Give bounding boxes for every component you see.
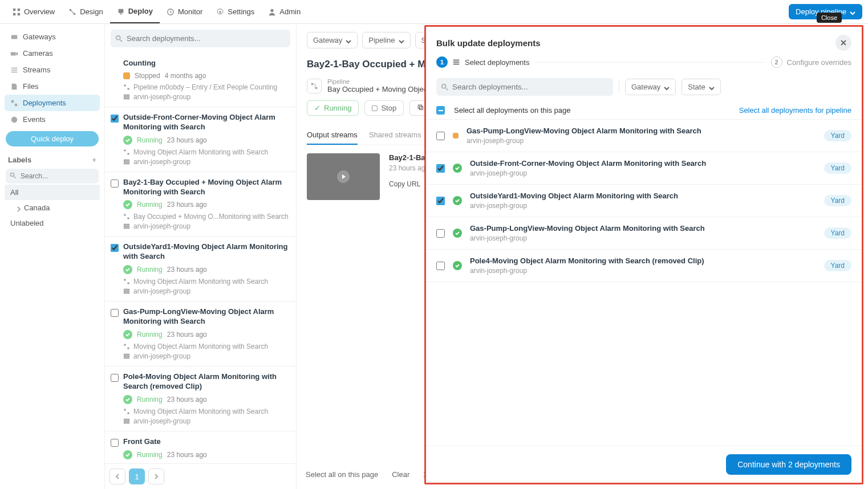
deployment-card[interactable]: Pole4-Moving Object Alarm Monitoring wit… — [105, 366, 296, 431]
stream-icon — [10, 66, 18, 74]
group-icon — [123, 158, 130, 165]
clear-selection[interactable]: Clear — [392, 470, 409, 479]
row-group: arvin-joseph-group — [467, 137, 816, 145]
card-pipeline: Moving Object Alarm Monitoring with Sear… — [133, 148, 268, 156]
label-all[interactable]: All — [5, 185, 100, 200]
running-icon — [123, 450, 132, 459]
label-search-input[interactable] — [6, 169, 99, 184]
sidebar-events[interactable]: Events — [5, 111, 100, 128]
deployment-card[interactable]: Front GateRunning23 hours agoFront Gate … — [105, 431, 296, 463]
panel-filter-state[interactable]: State — [682, 79, 720, 95]
card-status: Running — [137, 451, 163, 459]
check-icon: ✓ — [314, 104, 321, 112]
sidebar-files[interactable]: Files — [5, 78, 100, 95]
panel-deployment-row[interactable]: Gas-Pump-LongView-Moving Object Alarm Mo… — [426, 217, 862, 250]
panel-deployment-row[interactable]: OutsideYard1-Moving Object Alarm Monitor… — [426, 185, 862, 217]
deployment-search-input[interactable] — [111, 30, 290, 47]
nav-settings[interactable]: Settings — [209, 0, 261, 23]
chevron-down-icon — [399, 38, 404, 43]
row-tag: Yard — [824, 227, 851, 239]
close-button[interactable] — [835, 35, 851, 51]
select-all-pipeline-link[interactable]: Select all deployments for pipeline — [739, 106, 851, 115]
card-checkbox[interactable] — [111, 374, 119, 382]
running-icon — [123, 395, 132, 404]
stop-button[interactable]: Stop — [364, 100, 404, 116]
deployment-card[interactable]: Gas-Pump-LongView-Moving Object Alarm Mo… — [105, 301, 296, 366]
row-checkbox[interactable] — [436, 229, 445, 238]
stream-thumbnail[interactable] — [307, 153, 380, 200]
deployments-icon — [10, 99, 18, 107]
svg-rect-43 — [124, 409, 126, 410]
svg-rect-21 — [124, 96, 129, 97]
pipeline-icon — [123, 149, 130, 156]
card-checkbox[interactable] — [111, 180, 119, 188]
row-checkbox[interactable] — [436, 262, 445, 270]
step-1-number: 1 — [436, 56, 448, 68]
continue-button[interactable]: Continue with 2 deployments — [726, 454, 851, 475]
panel-filter-gateway[interactable]: Gateway — [625, 79, 676, 95]
nav-admin[interactable]: Admin — [261, 0, 307, 23]
card-checkbox[interactable] — [111, 244, 119, 252]
svg-rect-60 — [453, 64, 460, 65]
sidebar-gateways[interactable]: Gateways — [5, 28, 100, 45]
svg-point-10 — [271, 9, 274, 11]
card-checkbox[interactable] — [111, 309, 119, 317]
card-pipeline: Moving Object Alarm Monitoring with Sear… — [133, 278, 268, 286]
deployment-card[interactable]: Outside-Front-Corner-Moving Object Alarm… — [105, 107, 296, 172]
svg-rect-38 — [124, 344, 126, 346]
sidebar-deployments[interactable]: Deployments — [5, 95, 100, 111]
design-icon — [68, 8, 76, 16]
panel-deployment-row[interactable]: Pole4-Moving Object Alarm Monitoring wit… — [426, 250, 862, 282]
pager-next[interactable] — [148, 468, 164, 484]
card-checkbox[interactable] — [111, 115, 119, 123]
select-all-checkbox[interactable] — [436, 106, 445, 115]
row-tag: Yard — [824, 260, 851, 271]
sidebar-streams[interactable]: Streams — [5, 62, 100, 78]
label-canada[interactable]: Canada — [5, 200, 100, 215]
row-tag: Yard — [824, 130, 851, 141]
pipeline-icon — [123, 278, 130, 285]
pager-prev[interactable] — [109, 468, 125, 484]
quick-deploy-button[interactable]: Quick deploy — [6, 131, 99, 146]
svg-rect-1 — [18, 8, 20, 10]
pipeline-icon — [123, 84, 130, 91]
panel-deployment-row[interactable]: Outside-Front-Corner-Moving Object Alarm… — [426, 152, 862, 185]
nav-deploy[interactable]: Deploy — [110, 0, 160, 23]
svg-rect-23 — [124, 149, 126, 151]
filter-pipeline[interactable]: Pipeline — [362, 32, 410, 48]
deployment-card[interactable]: OutsideYard1-Moving Object Alarm Monitor… — [105, 237, 296, 301]
pager-page-1[interactable]: 1 — [129, 468, 145, 484]
plus-icon[interactable]: + — [92, 156, 96, 164]
deployment-card[interactable]: CountingStopped4 months agoPipeline m0ob… — [105, 53, 296, 107]
svg-rect-41 — [124, 356, 129, 357]
row-checkbox[interactable] — [436, 164, 445, 173]
panel-search-input[interactable] — [436, 78, 613, 96]
gateway-icon — [10, 33, 18, 41]
svg-point-16 — [11, 173, 14, 177]
row-checkbox[interactable] — [436, 197, 445, 205]
tab-shared-streams[interactable]: Shared streams — [369, 126, 421, 145]
nav-overview[interactable]: Overview — [6, 0, 62, 23]
sidebar: Gateways Cameras Streams Files Deploymen… — [0, 24, 105, 489]
svg-rect-18 — [124, 84, 126, 86]
stopped-icon — [453, 133, 459, 138]
nav-design[interactable]: Design — [62, 0, 109, 23]
label-unlabeled[interactable]: Unlabeled — [5, 215, 100, 231]
deployment-card[interactable]: Bay2-1-Bay Occupied + Moving Object Alar… — [105, 172, 296, 237]
running-icon — [453, 196, 462, 205]
svg-rect-0 — [13, 8, 15, 10]
card-status: Running — [137, 136, 163, 144]
select-all-page[interactable]: Select all on this page — [306, 470, 378, 479]
nav-monitor[interactable]: Monitor — [160, 0, 209, 23]
sidebar-cameras[interactable]: Cameras — [5, 45, 100, 62]
panel-deployment-row[interactable]: Gas-Pump-LongView-Moving Object Alarm Mo… — [426, 120, 862, 152]
pipeline-icon — [123, 213, 130, 220]
tab-output-streams[interactable]: Output streams — [307, 126, 358, 145]
monitor-icon — [167, 8, 175, 16]
filter-gateway[interactable]: Gateway — [307, 32, 358, 48]
step-2-label: Configure overrides — [787, 58, 851, 67]
row-name: Pole4-Moving Object Alarm Monitoring wit… — [470, 256, 816, 265]
row-checkbox[interactable] — [436, 132, 445, 140]
card-checkbox[interactable] — [111, 439, 119, 447]
svg-rect-26 — [124, 161, 129, 162]
